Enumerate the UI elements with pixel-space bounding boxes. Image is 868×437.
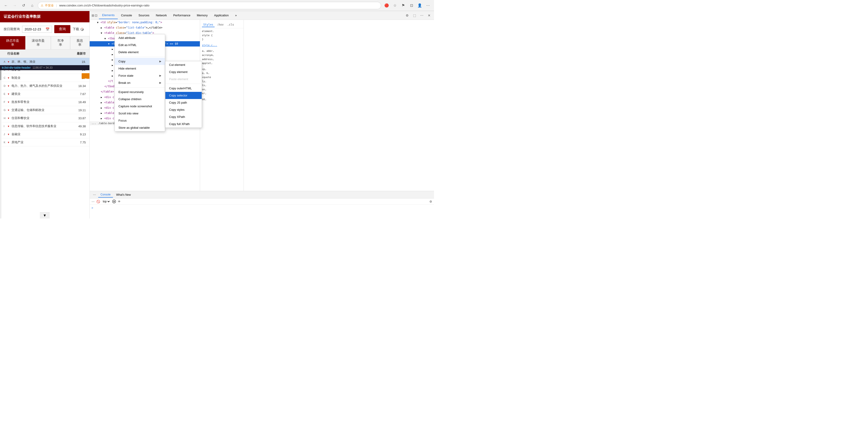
tab-elements[interactable]: Elements (99, 11, 118, 19)
menu-copy-outerhtml[interactable]: Copy outerHTML (165, 85, 202, 92)
address-bar[interactable]: ⚠ 不安全 | www.csindex.com.cn/zh-CN/downloa… (38, 2, 381, 9)
webpage-panel: 证监会行业市盈率数据 按日期查询 2020-12-23 📅 查询 下载 🎲 静态… (0, 11, 90, 218)
feedback-button[interactable]: 反馈及建议 (82, 73, 90, 79)
tab-network[interactable]: Network (153, 12, 170, 19)
row-name-text-d: 电力、热力、燃气及水的生产和供应业 (11, 84, 62, 87)
style-file-link[interactable]: style.c... (202, 44, 217, 47)
tab-performance[interactable]: Performance (170, 12, 193, 19)
row-val-i: 49.38 (67, 124, 86, 128)
console-tab-whats-new[interactable]: What's New (114, 192, 133, 197)
menu-paste-element[interactable]: Paste element (165, 76, 202, 83)
triangle-icon-t1[interactable]: ▶ (101, 27, 102, 29)
styles-tab-styles[interactable]: Styles (202, 23, 215, 27)
menu-copy-selector[interactable]: Copy selector (165, 92, 202, 99)
tri-t3[interactable]: ▶ (112, 58, 113, 61)
menu-expand-recursively[interactable]: Expand recursively (115, 88, 165, 95)
triangle-icon-tr[interactable]: ▼ (108, 42, 110, 45)
styles-tab-cls[interactable]: .cls (226, 23, 235, 27)
menu-delete-element[interactable]: Delete element (115, 49, 165, 56)
tri-t2[interactable]: ▶ (112, 53, 113, 56)
styles-tab-hov[interactable]: :hov (216, 23, 225, 27)
tab-application[interactable]: Application (211, 12, 232, 19)
table-row[interactable]: F ▼ 批发和零售业 18.49 (0, 98, 90, 106)
download-button[interactable]: 下载 🎲 (73, 27, 84, 31)
menu-copy[interactable]: Copy ▶ (115, 58, 165, 65)
menu-copy-element[interactable]: Copy element (165, 68, 202, 76)
query-button[interactable]: 查询 (54, 25, 70, 33)
tri-table3[interactable]: ▶ (101, 101, 102, 104)
tab-dividend[interactable]: 股息率 (70, 36, 90, 50)
extensions-icon[interactable]: 🔴 (383, 2, 390, 9)
triangle-icon-td[interactable]: ▼ (97, 21, 98, 24)
home-button[interactable]: ⌂ (29, 2, 35, 9)
menu-copy-full-xpath[interactable]: Copy full XPath (165, 120, 202, 127)
console-clear-icon[interactable]: 🚫 (96, 200, 100, 203)
reload-button[interactable]: ↺ (20, 2, 27, 9)
console-tab-console[interactable]: Console (98, 192, 113, 198)
tab-sources[interactable]: Sources (135, 12, 153, 19)
devtools-icon-left[interactable]: ⊞ (92, 13, 94, 17)
tab-static-pe[interactable]: 静态市盈率 (0, 36, 25, 50)
tri-div3[interactable]: ▶ (101, 117, 102, 120)
console-filter-icon[interactable]: ▼ (112, 200, 116, 203)
table-row[interactable]: E ▼ 建筑业 7.67 (0, 90, 90, 98)
tri-div2[interactable]: ▶ (101, 107, 102, 109)
forward-button[interactable]: → (11, 2, 18, 9)
console-settings-icon[interactable]: ⚙ (429, 200, 432, 203)
devtools-more-icon[interactable]: ⋯ (419, 12, 425, 19)
console-eye-icon[interactable]: 👁 (118, 200, 121, 203)
triangle-icon-t2[interactable]: ▼ (101, 32, 102, 34)
tab-pb[interactable]: 市净率 (51, 36, 70, 50)
devtools-icon-right[interactable]: ⊡ (95, 13, 97, 17)
tri-t1[interactable]: ▶ (112, 48, 113, 51)
back-button[interactable]: ← (3, 2, 9, 9)
profile-icon[interactable]: 👤 (416, 2, 423, 9)
tab-console[interactable]: Console (118, 12, 135, 19)
console-dots-icon[interactable]: ⋯ (92, 192, 97, 197)
scroll-down-button[interactable]: ▼ (40, 212, 50, 218)
tri-div1[interactable]: ▶ (101, 96, 102, 98)
tab-rolling-pe[interactable]: 滚动市盈率 (25, 36, 51, 50)
menu-store-global[interactable]: Store as global variable (115, 124, 165, 131)
console-context-select[interactable]: top (102, 200, 111, 203)
menu-collapse-children[interactable]: Collapse children (115, 95, 165, 103)
table-row[interactable]: A ▼ 农、林、牧、渔业 19. (0, 58, 90, 66)
tab-more[interactable]: » (232, 12, 240, 19)
menu-copy-jspath[interactable]: Copy JS path (165, 99, 202, 106)
tab-memory[interactable]: Memory (194, 12, 211, 19)
bookmark-icon[interactable]: ☆ (392, 2, 398, 9)
triangle-icon-tbody[interactable]: ▼ (104, 37, 106, 40)
menu-scroll-into-view[interactable]: Scroll into view (115, 110, 165, 117)
console-toolbar-dots[interactable]: ⋯ (92, 200, 95, 203)
html-line-table1[interactable]: ▶ <table class="list-table">…</table> (90, 25, 200, 30)
menu-add-attribute[interactable]: Add attribute (115, 34, 165, 41)
menu-break-on[interactable]: Break on ▶ (115, 79, 165, 86)
table-row[interactable]: I ▼ 信息传输、软件和信息技术服务业 49.38 (0, 122, 90, 130)
close-icon[interactable]: ✕ (426, 12, 432, 19)
tri-t6[interactable]: ▶ (112, 75, 113, 77)
more-icon[interactable]: ⋯ (425, 2, 431, 9)
table-row[interactable]: K ▼ 房地产业 7.75 (0, 138, 90, 146)
menu-focus[interactable]: Focus (115, 117, 165, 124)
tri-table4[interactable]: ▶ (101, 112, 102, 114)
menu-copy-xpath[interactable]: Copy XPath (165, 113, 202, 120)
menu-hide-element[interactable]: Hide element (115, 65, 165, 72)
settings-icon[interactable]: ⚙ (404, 12, 410, 19)
html-line-td[interactable]: ▼ <td style="border: none;padding: 0;"> (90, 20, 200, 25)
tri-t5[interactable]: ▶ (112, 69, 113, 72)
menu-capture-screenshot[interactable]: Capture node screenshot (115, 103, 165, 110)
menu-cut-element[interactable]: Cut element (165, 61, 202, 68)
table-row[interactable]: H ▼ 住宿和餐饮业 33.87 (0, 114, 90, 122)
table-row[interactable]: G ▼ 交通运输、仓储和邮政业 19.11 (0, 106, 90, 114)
table-row[interactable]: D ▼ 电力、热力、燃气及水的生产和供应业 18.34 (0, 82, 90, 90)
inspect-icon[interactable]: ⬚ (411, 12, 417, 19)
tri-t4[interactable]: ▶ (112, 64, 113, 66)
bookmark2-icon[interactable]: ⚑ (400, 2, 406, 9)
cast-icon[interactable]: ⊡ (408, 2, 415, 9)
menu-copy-styles[interactable]: Copy styles (165, 106, 202, 113)
menu-edit-html[interactable]: Edit as HTML (115, 41, 165, 49)
menu-force-state[interactable]: Force state ▶ (115, 72, 165, 79)
table-row[interactable]: J ▼ 金融业 9.13 (0, 130, 90, 138)
date-input[interactable]: 2020-12-23 📅 (22, 26, 52, 33)
table-row[interactable]: C ▼ 制造业 39. (0, 74, 90, 82)
